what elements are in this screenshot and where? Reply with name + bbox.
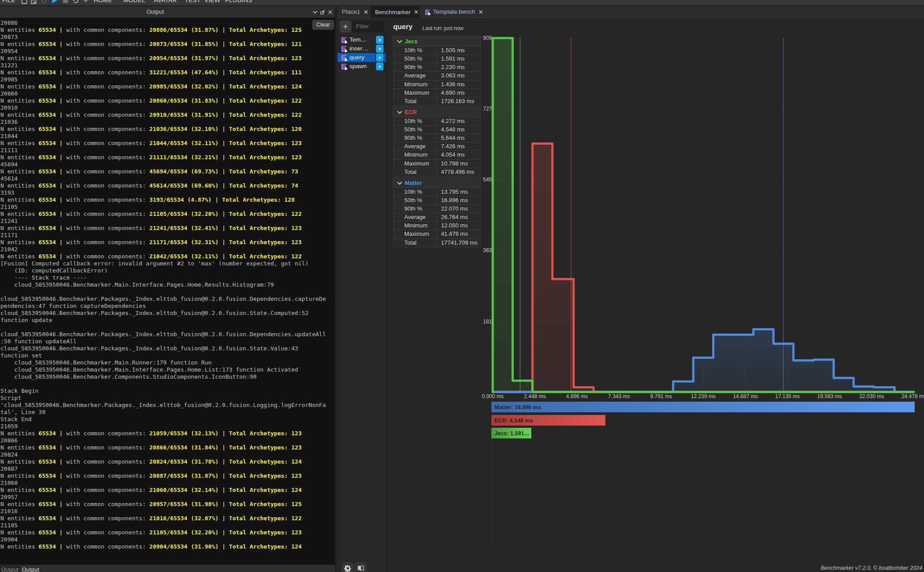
log-line: N entities 65534 | with common component… [0, 472, 326, 480]
stats-col-divider [437, 46, 437, 54]
stop-icon[interactable] [62, 0, 69, 4]
stats-col-divider [437, 160, 437, 168]
chevron-down-icon[interactable] [82, 0, 89, 4]
svg-text:909: 909 [483, 35, 492, 41]
stats-row: Maximum41.479 ms [393, 230, 480, 238]
undo-icon [72, 0, 79, 4]
menu-item-file[interactable]: FILE [2, 0, 15, 5]
menu-item-plugins[interactable]: PLUGINS [225, 0, 252, 5]
dock-icon[interactable] [318, 8, 326, 16]
stats-row-label: 90th % [404, 134, 422, 142]
log-line: 20904 [0, 536, 326, 543]
log-line: [Fusion] Computed callback error: invali… [0, 260, 326, 267]
script-icon [340, 45, 347, 52]
stats-row-label: Average [404, 72, 426, 80]
stats-row-value: 22.070 ms [441, 205, 468, 213]
bench-item-inser[interactable]: inser… [337, 44, 386, 53]
stats-row-value: 4778.496 ms [441, 168, 474, 176]
close-icon[interactable] [364, 10, 366, 14]
close-icon[interactable] [414, 10, 415, 14]
bench-item-label: spawn [349, 62, 367, 71]
doc-tab-place1[interactable]: Place1 [337, 6, 371, 17]
doc-tab-label: Template.bench [433, 8, 475, 15]
log-line: 21105 [0, 522, 326, 529]
log-line: 21171 [0, 232, 326, 239]
menu-item-home[interactable]: HOME [94, 0, 112, 5]
menu-item-view[interactable]: VIEW [204, 0, 220, 5]
run-benchmark-button[interactable] [376, 62, 383, 70]
log-line: 20985 [0, 76, 326, 83]
log-line: N entities 65534 | with common component… [0, 126, 326, 133]
doc-tab-label: Benchmarker [375, 9, 410, 15]
stats-row: Average26.764 ms [393, 213, 480, 222]
bench-item-spawn[interactable]: spawn [337, 62, 386, 71]
stats-col-divider [437, 142, 437, 150]
stats-row-label: 90th % [404, 205, 422, 213]
doc-tab-benchmarker[interactable]: Benchmarker [371, 6, 420, 18]
output-log-area[interactable]: 20886N entities 65534 | with common comp… [0, 18, 335, 565]
book-icon [357, 564, 364, 572]
log-line: 20957 [0, 494, 326, 501]
clipboard-icon[interactable] [21, 0, 28, 4]
stats-col-divider [437, 151, 437, 159]
docs-button[interactable] [355, 562, 366, 572]
log-line: 21105 [0, 203, 326, 211]
svg-text:17.135 ms: 17.135 ms [775, 393, 800, 399]
run-benchmark-button[interactable] [376, 36, 383, 44]
filter-input[interactable]: Filter [353, 21, 384, 32]
dock-tab-output-2[interactable]: Output [20, 565, 41, 572]
chevron-down-icon [397, 40, 402, 43]
log-line: 21060 [0, 480, 326, 487]
paste-icon[interactable] [30, 0, 37, 4]
stats-section-header-jecs[interactable]: Jecs [393, 36, 481, 46]
undo-icon[interactable] [72, 0, 79, 4]
stats-row-value: 4.548 ms [441, 126, 464, 134]
run-benchmark-button[interactable] [376, 45, 383, 53]
clear-button[interactable]: Clear [312, 20, 334, 30]
menu-item-avatar[interactable]: AVATAR [154, 0, 177, 5]
menu-item-test[interactable]: TEST [185, 0, 201, 5]
stats-row-label: 50th % [404, 55, 422, 63]
stats-row-value: 7.426 ms [441, 142, 464, 150]
stats-row-label: Total [404, 168, 416, 176]
paste-icon [30, 0, 37, 4]
log-line: N entities 65534 | with common component… [0, 444, 326, 451]
stats-row-label: Average [404, 213, 426, 221]
close-icon[interactable] [326, 8, 334, 16]
stats-section-header-matter[interactable]: Matter [393, 177, 481, 188]
run-benchmark-button[interactable] [376, 54, 383, 61]
bench-item-Tem[interactable]: Tem… [337, 35, 386, 44]
redo-icon[interactable] [41, 0, 48, 4]
stats-row-value: 26.764 ms [441, 213, 468, 221]
stats-row: 50th %16.896 ms [393, 196, 480, 205]
script-icon [340, 63, 347, 70]
sidebar-separator[interactable] [386, 18, 387, 572]
bench-item-label: inser… [349, 44, 368, 53]
svg-text:181: 181 [483, 319, 492, 325]
stats-row: 50th %1.591 ms [393, 55, 480, 63]
stats-section-header-ecr[interactable]: ECR [393, 107, 481, 117]
stats-row: Maximum4.690 ms [393, 89, 480, 97]
bench-item-query[interactable]: query [337, 53, 386, 62]
script-icon [340, 63, 347, 70]
svg-text:7.343 ms: 7.343 ms [608, 393, 630, 399]
stats-row-value: 1.591 ms [441, 55, 464, 63]
svg-text:727: 727 [483, 106, 492, 112]
doc-tab-template-bench[interactable]: Template.bench [420, 6, 481, 17]
settings-button[interactable] [342, 562, 353, 572]
output-panel-header[interactable]: Output [0, 6, 335, 18]
chevron-down-icon[interactable] [311, 8, 319, 16]
stats-row-value: 4.054 ms [441, 151, 464, 159]
dock-tab-output-1[interactable]: Output [0, 565, 20, 572]
stats-row: Average3.063 ms [393, 72, 480, 80]
menu-item-model[interactable]: MODEL [123, 0, 146, 5]
stats-row-label: Total [404, 239, 416, 247]
log-line: N entities 65534 | with common component… [0, 111, 326, 119]
log-line [0, 288, 326, 296]
log-line: N entities 65534 | with common component… [0, 239, 326, 246]
output-bottom-tabbar: Output Output [0, 565, 335, 572]
output-panel-title: Output [0, 6, 311, 18]
play-icon[interactable] [51, 0, 58, 4]
add-benchmark-button[interactable] [340, 21, 351, 32]
log-line: cloud_5853950046.Benchmarker.Packages._I… [0, 331, 326, 338]
